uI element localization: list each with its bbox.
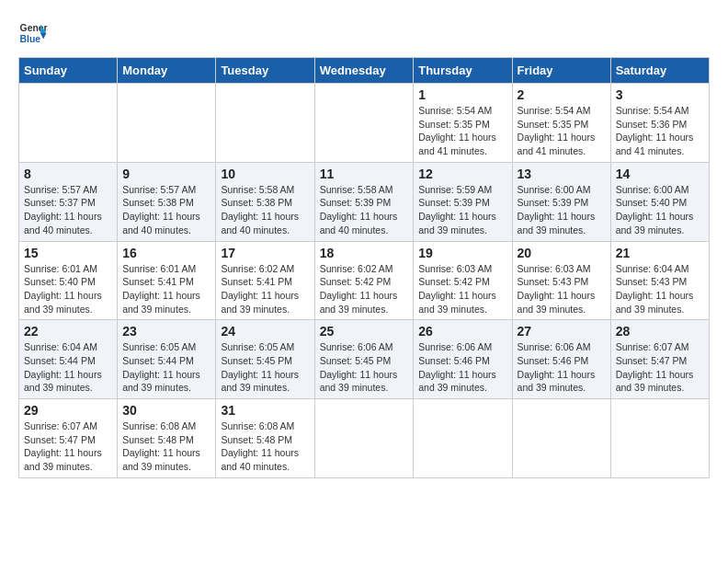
- day-number: 25: [320, 324, 409, 339]
- day-info: Sunrise: 6:03 AMSunset: 5:42 PMDaylight:…: [418, 262, 506, 316]
- calendar-day-cell: [216, 84, 314, 163]
- calendar-day-cell: 25 Sunrise: 6:06 AMSunset: 5:45 PMDaylig…: [314, 320, 414, 399]
- svg-text:Blue: Blue: [20, 34, 41, 44]
- calendar-day-cell: 14 Sunrise: 6:00 AMSunset: 5:40 PMDaylig…: [610, 162, 709, 241]
- day-info: Sunrise: 5:57 AMSunset: 5:37 PMDaylight:…: [24, 183, 112, 237]
- day-info: Sunrise: 6:00 AMSunset: 5:40 PMDaylight:…: [616, 183, 704, 237]
- calendar-day-cell: 19 Sunrise: 6:03 AMSunset: 5:42 PMDaylig…: [414, 241, 512, 320]
- day-number: 17: [221, 246, 309, 260]
- day-info: Sunrise: 5:54 AMSunset: 5:35 PMDaylight:…: [418, 104, 506, 158]
- day-number: 20: [518, 246, 606, 260]
- calendar-day-cell: 29 Sunrise: 6:07 AMSunset: 5:47 PMDaylig…: [19, 399, 118, 478]
- calendar-day-cell: 12 Sunrise: 5:59 AMSunset: 5:39 PMDaylig…: [414, 162, 512, 241]
- day-info: Sunrise: 5:59 AMSunset: 5:39 PMDaylight:…: [418, 183, 506, 237]
- day-info: Sunrise: 6:06 AMSunset: 5:46 PMDaylight:…: [518, 340, 606, 395]
- calendar-day-cell: 28 Sunrise: 6:07 AMSunset: 5:47 PMDaylig…: [610, 320, 709, 399]
- day-number: 13: [518, 167, 606, 181]
- calendar-day-cell: 22 Sunrise: 6:04 AMSunset: 5:44 PMDaylig…: [19, 320, 118, 399]
- day-info: Sunrise: 6:07 AMSunset: 5:47 PMDaylight:…: [24, 419, 112, 474]
- calendar-day-cell: 9 Sunrise: 5:57 AMSunset: 5:38 PMDayligh…: [118, 162, 216, 241]
- day-number: 12: [418, 167, 506, 181]
- svg-marker-3: [40, 33, 46, 39]
- calendar-day-cell: 23 Sunrise: 6:05 AMSunset: 5:44 PMDaylig…: [118, 320, 216, 399]
- day-number: 26: [418, 324, 506, 339]
- calendar-day-cell: 8 Sunrise: 5:57 AMSunset: 5:37 PMDayligh…: [19, 162, 118, 241]
- col-header-tuesday: Tuesday: [216, 58, 314, 84]
- day-number: 31: [221, 403, 309, 418]
- day-number: 11: [320, 167, 409, 181]
- calendar-day-cell: 31 Sunrise: 6:08 AMSunset: 5:48 PMDaylig…: [216, 399, 314, 478]
- calendar-day-cell: 11 Sunrise: 5:58 AMSunset: 5:39 PMDaylig…: [314, 162, 414, 241]
- calendar-day-cell: [314, 84, 414, 163]
- day-number: 30: [122, 403, 210, 418]
- day-info: Sunrise: 6:05 AMSunset: 5:45 PMDaylight:…: [221, 340, 309, 395]
- day-number: 29: [24, 403, 112, 418]
- day-number: 2: [518, 87, 606, 102]
- calendar-day-cell: 24 Sunrise: 6:05 AMSunset: 5:45 PMDaylig…: [216, 320, 314, 399]
- day-info: Sunrise: 6:01 AMSunset: 5:40 PMDaylight:…: [24, 262, 112, 316]
- calendar-day-cell: 17 Sunrise: 6:02 AMSunset: 5:41 PMDaylig…: [216, 241, 314, 320]
- day-info: Sunrise: 6:03 AMSunset: 5:43 PMDaylight:…: [518, 262, 606, 316]
- day-info: Sunrise: 6:04 AMSunset: 5:44 PMDaylight:…: [24, 340, 112, 395]
- col-header-wednesday: Wednesday: [314, 58, 414, 84]
- day-number: 28: [616, 324, 704, 339]
- calendar-day-cell: 18 Sunrise: 6:02 AMSunset: 5:42 PMDaylig…: [314, 241, 414, 320]
- calendar-day-cell: 3 Sunrise: 5:54 AMSunset: 5:36 PMDayligh…: [610, 84, 709, 163]
- day-number: 15: [24, 246, 112, 260]
- day-info: Sunrise: 6:02 AMSunset: 5:41 PMDaylight:…: [221, 262, 309, 316]
- day-info: Sunrise: 6:04 AMSunset: 5:43 PMDaylight:…: [616, 262, 704, 316]
- day-number: 1: [418, 87, 506, 102]
- day-info: Sunrise: 5:58 AMSunset: 5:38 PMDaylight:…: [221, 183, 309, 237]
- day-info: Sunrise: 6:07 AMSunset: 5:47 PMDaylight:…: [616, 340, 704, 395]
- calendar-week-row: 1 Sunrise: 5:54 AMSunset: 5:35 PMDayligh…: [19, 84, 710, 163]
- calendar-table: SundayMondayTuesdayWednesdayThursdayFrid…: [18, 57, 710, 478]
- col-header-sunday: Sunday: [19, 58, 118, 84]
- calendar-header-row: SundayMondayTuesdayWednesdayThursdayFrid…: [19, 58, 710, 84]
- day-info: Sunrise: 5:58 AMSunset: 5:39 PMDaylight:…: [320, 183, 409, 237]
- calendar-day-cell: [314, 399, 414, 478]
- calendar-week-row: 22 Sunrise: 6:04 AMSunset: 5:44 PMDaylig…: [19, 320, 710, 399]
- calendar-day-cell: [512, 399, 610, 478]
- day-number: 23: [122, 324, 210, 339]
- calendar-day-cell: 16 Sunrise: 6:01 AMSunset: 5:41 PMDaylig…: [118, 241, 216, 320]
- day-info: Sunrise: 6:00 AMSunset: 5:39 PMDaylight:…: [518, 183, 606, 237]
- col-header-thursday: Thursday: [414, 58, 512, 84]
- day-info: Sunrise: 5:54 AMSunset: 5:35 PMDaylight:…: [518, 104, 606, 158]
- calendar-day-cell: 26 Sunrise: 6:06 AMSunset: 5:46 PMDaylig…: [414, 320, 512, 399]
- day-info: Sunrise: 6:05 AMSunset: 5:44 PMDaylight:…: [122, 340, 210, 395]
- day-info: Sunrise: 6:02 AMSunset: 5:42 PMDaylight:…: [320, 262, 409, 316]
- day-info: Sunrise: 6:06 AMSunset: 5:45 PMDaylight:…: [320, 340, 409, 395]
- day-number: 10: [221, 167, 309, 181]
- day-number: 9: [122, 167, 210, 181]
- calendar-day-cell: 1 Sunrise: 5:54 AMSunset: 5:35 PMDayligh…: [414, 84, 512, 163]
- day-info: Sunrise: 5:57 AMSunset: 5:38 PMDaylight:…: [122, 183, 210, 237]
- calendar-day-cell: 21 Sunrise: 6:04 AMSunset: 5:43 PMDaylig…: [610, 241, 709, 320]
- day-info: Sunrise: 5:54 AMSunset: 5:36 PMDaylight:…: [616, 104, 704, 158]
- day-number: 24: [221, 324, 309, 339]
- calendar-day-cell: [414, 399, 512, 478]
- day-number: 14: [616, 167, 704, 181]
- calendar-day-cell: [610, 399, 709, 478]
- day-number: 19: [418, 246, 506, 260]
- day-number: 22: [24, 324, 112, 339]
- calendar-day-cell: 20 Sunrise: 6:03 AMSunset: 5:43 PMDaylig…: [512, 241, 610, 320]
- calendar-day-cell: [19, 84, 118, 163]
- calendar-day-cell: 15 Sunrise: 6:01 AMSunset: 5:40 PMDaylig…: [19, 241, 118, 320]
- calendar-day-cell: 13 Sunrise: 6:00 AMSunset: 5:39 PMDaylig…: [512, 162, 610, 241]
- day-number: 27: [518, 324, 606, 339]
- day-info: Sunrise: 6:06 AMSunset: 5:46 PMDaylight:…: [418, 340, 506, 395]
- calendar-week-row: 8 Sunrise: 5:57 AMSunset: 5:37 PMDayligh…: [19, 162, 710, 241]
- day-number: 16: [122, 246, 210, 260]
- calendar-day-cell: 27 Sunrise: 6:06 AMSunset: 5:46 PMDaylig…: [512, 320, 610, 399]
- day-number: 8: [24, 167, 112, 181]
- calendar-day-cell: 10 Sunrise: 5:58 AMSunset: 5:38 PMDaylig…: [216, 162, 314, 241]
- calendar-day-cell: [118, 84, 216, 163]
- calendar-week-row: 29 Sunrise: 6:07 AMSunset: 5:47 PMDaylig…: [19, 399, 710, 478]
- day-info: Sunrise: 6:08 AMSunset: 5:48 PMDaylight:…: [221, 419, 309, 474]
- day-number: 3: [616, 87, 704, 102]
- logo: General Blue: [18, 18, 48, 48]
- calendar-day-cell: 2 Sunrise: 5:54 AMSunset: 5:35 PMDayligh…: [512, 84, 610, 163]
- col-header-saturday: Saturday: [610, 58, 709, 84]
- col-header-friday: Friday: [512, 58, 610, 84]
- page-header: General Blue: [18, 18, 710, 48]
